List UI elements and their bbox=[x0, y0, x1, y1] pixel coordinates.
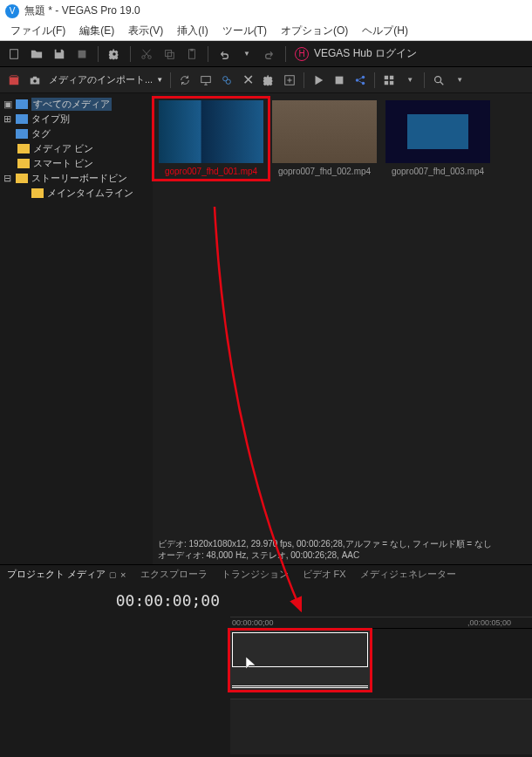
media-content: gopro007_fhd_001.mp4 gopro007_fhd_002.mp… bbox=[153, 93, 532, 564]
views-drop-icon[interactable]: ▼ bbox=[403, 73, 417, 87]
hub-icon: H bbox=[295, 47, 309, 61]
save-icon[interactable] bbox=[52, 47, 66, 61]
cut-icon[interactable] bbox=[140, 47, 153, 61]
chevron-down-icon: ▼ bbox=[156, 76, 163, 84]
close-icon[interactable]: × bbox=[120, 569, 126, 580]
copy-icon[interactable] bbox=[162, 47, 176, 61]
new-project-icon[interactable] bbox=[7, 47, 21, 61]
svg-rect-13 bbox=[336, 76, 344, 84]
menu-view[interactable]: 表示(V) bbox=[121, 22, 170, 40]
tree-storyboard-bin[interactable]: ⊟ストーリーボードビン bbox=[3, 171, 149, 186]
menu-file[interactable]: ファイル(F) bbox=[3, 22, 72, 40]
svg-rect-20 bbox=[390, 80, 393, 84]
search-icon[interactable] bbox=[432, 73, 446, 87]
render-icon[interactable] bbox=[75, 47, 89, 61]
tab-media-generators[interactable]: メディジェネレーター bbox=[353, 565, 463, 583]
undo-icon[interactable] bbox=[217, 47, 231, 61]
media-thumb-2[interactable]: gopro007_fhd_002.mp4 bbox=[269, 100, 379, 177]
panel-tabs: プロジェクト メディア▢× エクスプローラ トランジション ビデオ FX メディ… bbox=[0, 564, 532, 583]
tree-media-bin[interactable]: メディア ビン bbox=[3, 141, 149, 156]
paste-icon[interactable] bbox=[185, 47, 199, 61]
timeline-body bbox=[0, 629, 532, 757]
media-thumb-1[interactable]: gopro007_fhd_001.mp4 bbox=[156, 100, 266, 177]
ruler-tick: 00:00:00;00 bbox=[232, 618, 274, 627]
properties-icon[interactable] bbox=[107, 47, 121, 61]
window-title: 無題 * - VEGAS Pro 19.0 bbox=[24, 3, 140, 18]
media-caption: gopro007_fhd_001.mp4 bbox=[156, 163, 266, 177]
track-2[interactable] bbox=[230, 699, 532, 754]
cursor-icon bbox=[246, 657, 258, 675]
menu-tools[interactable]: ツール(T) bbox=[215, 22, 274, 40]
media-thumb-3[interactable]: gopro007_fhd_003.mp4 bbox=[383, 100, 493, 177]
media-infobar: ビデオ: 1920x1080x12, 29.970 fps, 00:00:26;… bbox=[153, 535, 532, 564]
gear-media-icon[interactable] bbox=[262, 73, 276, 87]
play-icon[interactable] bbox=[311, 73, 325, 87]
track-area[interactable] bbox=[230, 629, 532, 757]
media-tree: ▣すべてのメディア ⊞タイプ別 タグ メディア ビン スマート ビン ⊟ストーリ… bbox=[0, 93, 153, 564]
vegas-hub-login[interactable]: H VEGAS Hub ログイン bbox=[295, 46, 417, 61]
svg-rect-17 bbox=[385, 75, 388, 78]
svg-rect-7 bbox=[10, 77, 19, 85]
menu-options[interactable]: オプション(O) bbox=[274, 22, 355, 40]
timecode-display[interactable]: 00:00:00;00 bbox=[116, 591, 220, 610]
remove-media-icon[interactable] bbox=[7, 73, 21, 87]
import-media-dropdown[interactable]: メディアのインポート... ▼ bbox=[49, 73, 163, 86]
tab-video-fx[interactable]: ビデオ FX bbox=[296, 565, 353, 583]
screen-icon[interactable] bbox=[199, 73, 213, 87]
svg-point-11 bbox=[226, 79, 230, 84]
svg-rect-9 bbox=[201, 76, 211, 82]
refresh-icon[interactable] bbox=[178, 73, 192, 87]
timeline-ruler[interactable]: 00:00:00;00 ,00:00:05;00 bbox=[230, 617, 532, 629]
fx-icon[interactable] bbox=[283, 73, 297, 87]
stop-icon[interactable] bbox=[332, 73, 346, 87]
media-toolbar: メディアのインポート... ▼ ✕ ▼ ▼ bbox=[0, 67, 532, 93]
svg-rect-4 bbox=[167, 52, 174, 58]
close-media-icon[interactable]: ✕ bbox=[241, 73, 255, 87]
tab-transitions[interactable]: トランジション bbox=[215, 565, 296, 583]
info-audio: オーディオ: 48,000 Hz, ステレオ, 00:00:26;28, AAC bbox=[158, 549, 527, 561]
svg-point-15 bbox=[362, 75, 365, 78]
timeline-header: 00:00:00;00 bbox=[0, 583, 532, 617]
main-area: ▣すべてのメディア ⊞タイプ別 タグ メディア ビン スマート ビン ⊟ストーリ… bbox=[0, 93, 532, 564]
menu-insert[interactable]: 挿入(I) bbox=[170, 22, 215, 40]
tab-project-media[interactable]: プロジェクト メディア▢× bbox=[0, 565, 133, 583]
search-drop-icon[interactable]: ▼ bbox=[453, 73, 467, 87]
svg-rect-0 bbox=[10, 49, 18, 58]
menubar: ファイル(F) 編集(E) 表示(V) 挿入(I) ツール(T) オプション(O… bbox=[0, 22, 532, 41]
svg-point-21 bbox=[435, 76, 441, 82]
menu-help[interactable]: ヘルプ(H) bbox=[355, 22, 415, 40]
tree-main-timeline[interactable]: メインタイムライン bbox=[3, 186, 149, 201]
hub-label: VEGAS Hub ログイン bbox=[314, 46, 417, 61]
svg-point-16 bbox=[362, 81, 365, 85]
svg-point-14 bbox=[356, 78, 359, 82]
tree-all-media[interactable]: ▣すべてのメディア bbox=[3, 97, 149, 112]
svg-rect-18 bbox=[390, 75, 393, 78]
capture-icon[interactable] bbox=[28, 73, 42, 87]
svg-rect-3 bbox=[166, 50, 172, 56]
drop-target[interactable] bbox=[230, 631, 370, 690]
media-thumbs: gopro007_fhd_001.mp4 gopro007_fhd_002.mp… bbox=[153, 93, 532, 184]
svg-rect-19 bbox=[385, 80, 388, 84]
tree-tags[interactable]: タグ bbox=[3, 126, 149, 141]
main-toolbar: ▼ H VEGAS Hub ログイン bbox=[0, 41, 532, 67]
share-icon[interactable] bbox=[353, 73, 367, 87]
tab-explorer[interactable]: エクスプローラ bbox=[133, 565, 215, 583]
info-video: ビデオ: 1920x1080x12, 29.970 fps, 00:00:26;… bbox=[158, 538, 527, 549]
ruler-tick: ,00:00:05;00 bbox=[467, 618, 511, 627]
redo-icon[interactable] bbox=[263, 47, 276, 61]
media-caption: gopro007_fhd_002.mp4 bbox=[269, 163, 379, 177]
open-icon[interactable] bbox=[30, 47, 44, 61]
track-controls[interactable] bbox=[0, 629, 230, 757]
app-logo-icon: V bbox=[5, 4, 19, 18]
tree-smart-bin[interactable]: スマート ビン bbox=[3, 156, 149, 171]
pin-icon[interactable]: ▢ bbox=[109, 570, 117, 579]
link-icon[interactable] bbox=[220, 73, 234, 87]
svg-rect-6 bbox=[190, 48, 194, 51]
media-caption: gopro007_fhd_003.mp4 bbox=[383, 163, 493, 177]
undo-drop-icon[interactable]: ▼ bbox=[240, 47, 254, 61]
svg-point-8 bbox=[33, 79, 37, 83]
views-icon[interactable] bbox=[382, 73, 396, 87]
menu-edit[interactable]: 編集(E) bbox=[72, 22, 121, 40]
tree-by-type[interactable]: ⊞タイプ別 bbox=[3, 112, 149, 126]
titlebar: V 無題 * - VEGAS Pro 19.0 bbox=[0, 0, 532, 22]
